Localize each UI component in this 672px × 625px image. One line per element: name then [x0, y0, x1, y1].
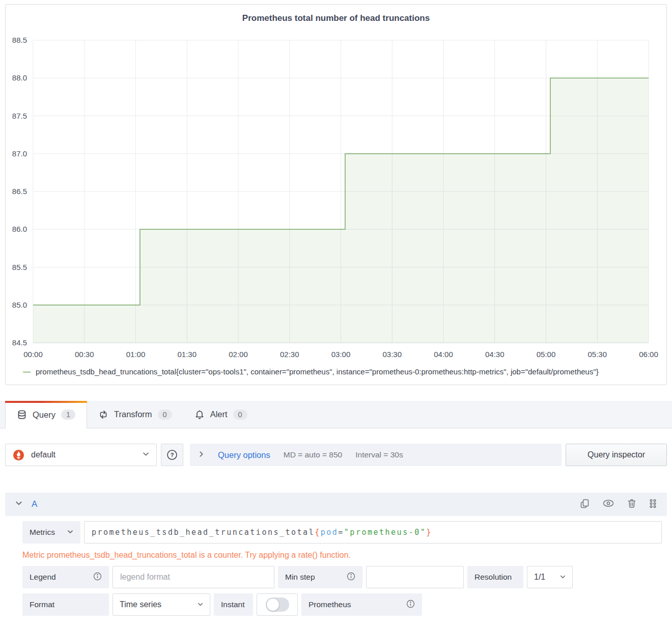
- resolution-select[interactable]: 1/1: [527, 566, 573, 588]
- chevron-down-icon: [143, 450, 149, 459]
- resolution-label: Resolution: [474, 573, 512, 582]
- legend-label: Legend: [30, 573, 56, 582]
- expr-metric: prometheus_tsdb_head_truncations_total: [92, 528, 315, 537]
- prometheus-field-label: Prometheus: [301, 593, 422, 616]
- query-inspector-label: Query inspector: [587, 450, 645, 459]
- svg-text:01:30: 01:30: [177, 350, 197, 359]
- metrics-label: Metrics: [30, 528, 55, 537]
- tab-transform[interactable]: Transform 0: [87, 401, 183, 428]
- svg-text:86.5: 86.5: [12, 187, 27, 196]
- expr-value: "prometheus-0": [344, 528, 426, 537]
- series-label: prometheus_tsdb_head_truncations_total{c…: [36, 367, 599, 376]
- svg-text:86.0: 86.0: [12, 225, 27, 233]
- svg-text:00:00: 00:00: [23, 350, 43, 359]
- promql-expression-input[interactable]: prometheus_tsdb_head_truncations_total{p…: [84, 521, 662, 544]
- tab-alert-label: Alert: [210, 410, 228, 419]
- svg-text:87.0: 87.0: [12, 149, 27, 158]
- expr-lbrace: {: [315, 528, 321, 537]
- format-value: Time series: [120, 600, 161, 609]
- transform-icon: [98, 410, 108, 420]
- min-step-input[interactable]: [366, 566, 464, 588]
- instant-field-label: Instant: [214, 593, 253, 616]
- instant-toggle[interactable]: [257, 593, 298, 616]
- delete-query-trash-icon[interactable]: [627, 498, 637, 511]
- format-select[interactable]: Time series: [113, 593, 210, 616]
- counter-warning-text: Metric prometheus_tsdb_head_truncations_…: [22, 551, 652, 560]
- toggle-track: [266, 597, 289, 612]
- database-icon: [17, 410, 27, 420]
- format-label: Format: [30, 600, 54, 609]
- tab-query-badge: 1: [61, 410, 75, 420]
- info-icon[interactable]: [93, 572, 102, 583]
- metrics-dropdown[interactable]: Metrics: [22, 521, 80, 544]
- query-options-bar[interactable]: Query options MD = auto = 850 Interval =…: [190, 444, 562, 466]
- svg-text:06:00: 06:00: [639, 350, 658, 359]
- resolution-field-label: Resolution: [467, 566, 523, 588]
- svg-text:87.5: 87.5: [12, 112, 27, 120]
- min-step-label: Min step: [285, 573, 315, 582]
- query-options-link[interactable]: Query options: [218, 450, 270, 460]
- tab-alert-badge: 0: [233, 410, 247, 420]
- svg-text:03:00: 03:00: [331, 350, 351, 359]
- min-step-field-label: Min step: [278, 566, 362, 588]
- instant-label: Instant: [221, 600, 245, 609]
- svg-text:88.0: 88.0: [12, 73, 27, 82]
- prometheus-label: Prometheus: [309, 600, 351, 609]
- chevron-down-icon: [198, 600, 203, 609]
- svg-text:04:30: 04:30: [485, 350, 505, 359]
- toggle-visibility-eye-icon[interactable]: [602, 498, 614, 511]
- metrics-row: Metrics prometheus_tsdb_head_truncations…: [22, 521, 662, 544]
- collapse-chevron-icon[interactable]: [15, 500, 22, 509]
- duplicate-query-icon[interactable]: [579, 498, 590, 511]
- editor-tabs: Query 1 Transform 0 Alert 0: [0, 401, 672, 428]
- info-icon[interactable]: [347, 572, 355, 583]
- chevron-down-icon: [67, 528, 73, 537]
- interval-value: Interval = 30s: [355, 450, 403, 459]
- query-row-header[interactable]: A: [5, 493, 667, 516]
- tab-query[interactable]: Query 1: [5, 401, 87, 428]
- expr-eq: =: [338, 528, 344, 537]
- tab-alert[interactable]: Alert 0: [183, 401, 259, 428]
- svg-text:03:30: 03:30: [382, 350, 402, 359]
- svg-text:05:30: 05:30: [587, 350, 607, 359]
- chevron-down-icon: [560, 573, 566, 582]
- prometheus-logo-icon: [13, 449, 24, 461]
- svg-text:01:00: 01:00: [126, 350, 146, 359]
- tab-transform-label: Transform: [114, 410, 152, 419]
- drag-handle-icon[interactable]: [649, 499, 657, 510]
- tab-query-label: Query: [33, 410, 55, 420]
- series-color-dash: —: [23, 367, 31, 376]
- legend-format-input[interactable]: [113, 566, 274, 588]
- svg-text:04:00: 04:00: [434, 350, 453, 359]
- query-toolbar: default ? Query options MD = auto = 850 …: [5, 444, 667, 466]
- query-ref-id: A: [32, 499, 37, 509]
- svg-text:85.0: 85.0: [12, 301, 27, 309]
- svg-text:02:30: 02:30: [280, 350, 299, 359]
- svg-text:85.5: 85.5: [12, 263, 27, 271]
- bell-icon: [194, 410, 205, 420]
- svg-text:05:00: 05:00: [537, 350, 556, 359]
- legend-field-label: Legend: [22, 566, 109, 588]
- svg-text:00:30: 00:30: [75, 350, 94, 359]
- timeseries-chart[interactable]: 84.585.085.586.086.587.087.588.088.500:0…: [6, 30, 666, 362]
- max-data-points-value: MD = auto = 850: [284, 450, 342, 459]
- svg-text:02:00: 02:00: [229, 350, 248, 359]
- datasource-help-button[interactable]: ?: [161, 444, 183, 466]
- format-row: Format Time series Instant Prometheus: [22, 593, 662, 616]
- svg-text:84.5: 84.5: [12, 338, 27, 347]
- svg-text:?: ?: [171, 452, 174, 458]
- expr-label: pod: [321, 528, 339, 537]
- datasource-picker[interactable]: default: [5, 444, 157, 466]
- info-icon[interactable]: [406, 600, 415, 610]
- toggle-knob: [266, 598, 279, 611]
- chevron-right-icon: [198, 450, 205, 459]
- graph-panel: Prometheus total number of head truncati…: [5, 4, 667, 385]
- datasource-value: default: [31, 450, 136, 459]
- chart-legend-item[interactable]: — prometheus_tsdb_head_truncations_total…: [6, 367, 666, 376]
- query-inspector-button[interactable]: Query inspector: [566, 444, 667, 466]
- query-editor: Metrics prometheus_tsdb_head_truncations…: [22, 521, 662, 616]
- format-field-label: Format: [22, 593, 109, 616]
- svg-text:88.5: 88.5: [12, 36, 27, 44]
- tab-transform-badge: 0: [158, 410, 172, 420]
- legend-row: Legend Min step Resolution 1/1: [22, 566, 662, 588]
